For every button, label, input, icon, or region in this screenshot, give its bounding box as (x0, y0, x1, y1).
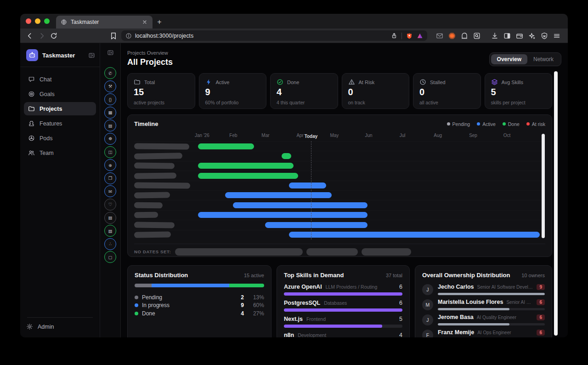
timeline-scrollbar[interactable] (542, 134, 545, 238)
redacted-project-name (134, 212, 158, 218)
reload-button[interactable] (50, 32, 58, 40)
sparkle-icon[interactable] (528, 32, 536, 40)
file-check-project-icon[interactable]: ▤ (104, 225, 116, 237)
starburst-icon[interactable] (448, 32, 456, 40)
heart-project-icon[interactable]: ♡ (104, 199, 116, 211)
sidebar-item-goals[interactable]: Goals (24, 87, 96, 101)
close-window-button[interactable] (26, 18, 31, 24)
team-project-icon[interactable]: ∴ (104, 238, 116, 250)
sidebar-item-team[interactable]: Team (24, 146, 96, 160)
timeline-row-track (195, 211, 541, 220)
sidebar-item-features[interactable]: Features (24, 117, 96, 130)
owner-row: MMaristella Louise FloresSenior AI Quali… (422, 299, 545, 310)
strip-collapse-icon[interactable] (107, 49, 114, 56)
stat-card-total: Total15active projects (127, 73, 195, 109)
browser-tab[interactable]: Taskmaster (56, 16, 153, 29)
phone-project-icon[interactable]: ✆ (104, 67, 116, 79)
breadcrumb: Projects Overview (127, 50, 173, 56)
sidebar-collapse-icon[interactable] (88, 52, 95, 59)
owner-count-badge: 6 (537, 299, 545, 305)
stat-header: Stalled (419, 79, 475, 86)
owner-info: Maristella Louise FloresSenior AI Qualit… (438, 299, 545, 310)
gamepad-project-icon[interactable]: ◫ (104, 146, 116, 158)
redacted-project-chip[interactable] (306, 248, 358, 256)
chat-project-icon[interactable]: ▢ (104, 251, 116, 263)
address-bar[interactable]: localhost:3000/projects (121, 30, 427, 41)
search-box-icon[interactable] (473, 32, 481, 40)
today-label: Today (305, 134, 318, 139)
gantt-bar-active[interactable] (289, 182, 326, 188)
forward-button[interactable] (38, 32, 46, 40)
status-dot (135, 296, 138, 299)
steering-wheel-project-icon[interactable]: ☸ (104, 133, 116, 145)
code-braces-project-icon[interactable]: {} (104, 93, 116, 105)
legend-dot (477, 122, 480, 125)
extension-triangle-icon[interactable] (417, 33, 423, 39)
gantt-bar-active[interactable] (198, 212, 368, 218)
redacted-project-name (134, 172, 176, 179)
project-avatar-strip: ✆⚒{}▦▤☸◫⊕❐✉♡▤▤∴▢ (100, 43, 121, 337)
sidebar-item-chat[interactable]: Chat (24, 73, 96, 86)
gantt-bar-done[interactable] (282, 153, 291, 159)
extension-icon[interactable] (461, 32, 468, 40)
gantt-bar-done[interactable] (198, 173, 298, 179)
sidebar-item-projects[interactable]: Projects (24, 102, 96, 115)
tab-overview[interactable]: Overview (491, 54, 527, 64)
wallet-icon[interactable] (516, 32, 523, 40)
wrench-project-icon[interactable]: ⚒ (104, 80, 116, 92)
sidebar-item-pods[interactable]: Pods (24, 131, 96, 145)
redacted-project-chip[interactable] (362, 248, 411, 256)
gantt-bar-active[interactable] (225, 192, 332, 198)
no-dates-chips (175, 248, 411, 256)
gantt-bar-active[interactable] (265, 222, 368, 228)
owner-row: JJerome BasaAI Quality Engineer6 (422, 314, 545, 325)
gantt-bar-active[interactable] (289, 232, 540, 238)
shield-icon[interactable] (541, 32, 548, 40)
new-tab-button[interactable]: + (153, 16, 166, 29)
mail-icon[interactable] (436, 32, 443, 40)
sidebar-panel-icon[interactable] (503, 32, 511, 40)
page-scrollbar[interactable] (554, 71, 558, 336)
status-dot (135, 303, 138, 307)
sidebar-item-admin[interactable]: Admin (26, 323, 94, 330)
gantt-bar-done[interactable] (198, 163, 294, 169)
owner-name: Maristella Louise Flores (438, 299, 503, 305)
minimize-window-button[interactable] (35, 18, 40, 24)
bookmark-icon[interactable] (109, 32, 118, 40)
stat-value: 15 (134, 87, 189, 97)
back-button[interactable] (26, 32, 34, 40)
clock-icon (419, 79, 426, 86)
browser-extension-icons (436, 32, 562, 40)
tab-network[interactable]: Network (527, 54, 560, 64)
globe-project-icon[interactable]: ⊕ (104, 159, 116, 171)
redacted-project-chip[interactable] (175, 248, 303, 256)
checkcircle-icon (277, 79, 283, 86)
browser-tab-bar: Taskmaster + (20, 14, 568, 29)
qr-grid-project-icon[interactable]: ▦ (104, 107, 116, 119)
stat-sublabel: active projects (134, 100, 189, 105)
gantt-bar-active[interactable] (233, 202, 368, 208)
document-project-icon[interactable]: ▤ (104, 120, 116, 131)
download-icon[interactable] (491, 32, 498, 40)
share-icon[interactable] (391, 33, 397, 39)
tab-close-icon[interactable] (141, 19, 148, 25)
stat-header: Done (277, 79, 332, 86)
taskmaster-app: Taskmaster ChatGoalsProjectsFeaturesPods… (20, 43, 568, 337)
mail-project-icon[interactable]: ✉ (104, 185, 116, 197)
timeline-row-track (195, 191, 541, 200)
menu-icon[interactable] (553, 32, 560, 40)
skill-category: Databases (324, 300, 347, 306)
file-project-icon[interactable]: ▤ (104, 212, 116, 224)
skill-category: LLM Providers / Routing (326, 284, 378, 290)
legend-dot (447, 122, 450, 125)
maximize-window-button[interactable] (44, 18, 50, 24)
stat-sublabel: all active (419, 100, 475, 105)
site-info-icon[interactable] (125, 33, 132, 39)
month-label: Sep (469, 133, 477, 138)
page-title: All Projects (127, 57, 173, 67)
status-bar-segment-pending (135, 284, 152, 287)
brave-shield-icon[interactable] (406, 33, 413, 39)
copy-pages-project-icon[interactable]: ❐ (104, 172, 116, 184)
status-distribution-card: Status Distribution 15 active Pending213… (127, 265, 271, 337)
gantt-bar-done[interactable] (198, 143, 254, 149)
